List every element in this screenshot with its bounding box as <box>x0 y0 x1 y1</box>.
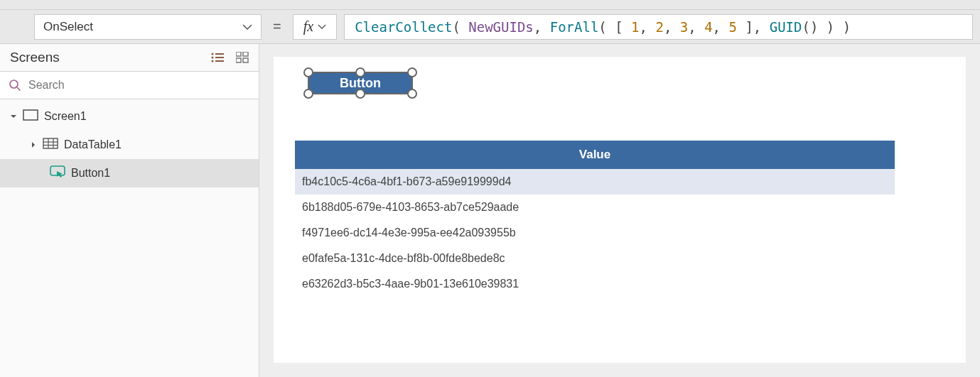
formula-token: 4 <box>704 19 712 35</box>
svg-rect-8 <box>236 58 241 62</box>
screen-icon <box>23 109 38 124</box>
tree-item-datatable1[interactable]: DataTable1 <box>0 131 259 159</box>
resize-handle-s[interactable] <box>355 89 365 99</box>
tree-panel: Screens <box>0 44 259 377</box>
table-row[interactable]: f4971ee6-dc14-4e3e-995a-ee42a093955b <box>295 220 895 246</box>
formula-token: 3 <box>680 19 688 35</box>
svg-point-10 <box>10 80 18 88</box>
chevron-down-icon <box>242 24 252 30</box>
list-view-icon[interactable] <box>210 52 225 63</box>
cell-value: 6b188d05-679e-4103-8653-ab7ce529aade <box>302 201 519 214</box>
svg-point-0 <box>212 53 214 55</box>
formula-token: 1 <box>631 19 639 35</box>
fx-icon: fx <box>303 18 313 35</box>
formula-token: ClearCollect <box>355 19 452 35</box>
formula-token: , <box>713 19 729 35</box>
app-chrome-strip <box>0 0 980 10</box>
formula-token: 2 <box>655 19 663 35</box>
formula-input[interactable]: ClearCollect( NewGUIDs, ForAll( [ 1, 2, … <box>344 14 973 40</box>
equals-label: = <box>269 18 286 35</box>
collapse-icon[interactable] <box>10 113 17 120</box>
cell-value: f4971ee6-dc14-4e3e-995a-ee42a093955b <box>302 226 516 239</box>
formula-token: ], <box>737 19 770 35</box>
cell-value: fb4c10c5-4c6a-4bf1-b673-a59e919999d4 <box>302 175 511 188</box>
formula-token: , <box>640 19 656 35</box>
svg-line-11 <box>17 87 21 91</box>
table-row[interactable]: fb4c10c5-4c6a-4bf1-b673-a59e919999d4 <box>295 169 895 195</box>
screens-heading: Screens <box>10 50 60 65</box>
tree-label: Screen1 <box>44 110 87 123</box>
tree-label: Button1 <box>71 167 110 180</box>
chevron-down-icon <box>318 24 326 29</box>
search-icon <box>9 79 21 92</box>
resize-handle-ne[interactable] <box>407 67 417 77</box>
tree-item-screen1[interactable]: Screen1 <box>0 102 259 131</box>
grid-view-icon[interactable] <box>236 52 249 63</box>
expand-icon[interactable] <box>30 141 37 148</box>
property-dropdown[interactable]: OnSelect <box>34 14 262 40</box>
property-dropdown-value: OnSelect <box>43 20 93 34</box>
svg-rect-12 <box>23 110 38 120</box>
svg-rect-3 <box>215 57 224 58</box>
formula-token: , <box>688 19 704 35</box>
resize-handle-n[interactable] <box>355 67 365 77</box>
formula-token: () ) ) <box>802 19 851 35</box>
resize-handle-sw[interactable] <box>303 89 313 99</box>
svg-rect-13 <box>43 138 58 148</box>
formula-token: ( [ <box>598 19 631 35</box>
search-box[interactable] <box>0 71 259 99</box>
formula-token: ForAll <box>550 19 599 35</box>
formula-bar: OnSelect = fx ClearCollect( NewGUIDs, Fo… <box>0 10 980 44</box>
cell-value: e0fafe5a-131c-4dce-bf8b-00fde8bede8c <box>302 252 505 265</box>
fx-button[interactable]: fx <box>293 14 337 40</box>
button-icon <box>50 165 65 181</box>
svg-point-2 <box>212 57 214 59</box>
datatable-header[interactable]: Value <box>295 141 895 169</box>
formula-token: NewGUIDs <box>468 19 534 35</box>
search-input[interactable] <box>28 79 250 92</box>
svg-rect-7 <box>243 52 248 56</box>
table-icon <box>43 138 58 152</box>
column-header-value: Value <box>579 148 610 162</box>
tree-label: DataTable1 <box>64 138 122 151</box>
resize-handle-nw[interactable] <box>303 67 313 77</box>
resize-handle-se[interactable] <box>407 89 417 99</box>
table-row[interactable]: e0fafe5a-131c-4dce-bf8b-00fde8bede8c <box>295 246 895 271</box>
svg-rect-6 <box>236 52 241 56</box>
formula-token: 5 <box>728 19 736 35</box>
selected-control-button[interactable]: Button <box>303 67 417 99</box>
svg-rect-5 <box>215 60 224 62</box>
formula-token: , <box>534 19 550 35</box>
svg-rect-9 <box>243 58 248 62</box>
canvas-area[interactable]: Button Value fb4c10c5-4c6a-4bf1-b673-a59… <box>259 44 980 377</box>
formula-token: , <box>664 19 680 35</box>
svg-point-4 <box>212 60 214 62</box>
svg-rect-1 <box>215 53 224 55</box>
screen-canvas[interactable]: Button Value fb4c10c5-4c6a-4bf1-b673-a59… <box>274 57 966 363</box>
datatable-control[interactable]: Value fb4c10c5-4c6a-4bf1-b673-a59e919999… <box>295 141 895 297</box>
formula-token: GUID <box>770 19 802 35</box>
table-row[interactable]: e63262d3-b5c3-4aae-9b01-13e610e39831 <box>295 271 895 297</box>
table-row[interactable]: 6b188d05-679e-4103-8653-ab7ce529aade <box>295 195 895 220</box>
tree-item-button1[interactable]: Button1 <box>0 159 259 187</box>
cell-value: e63262d3-b5c3-4aae-9b01-13e610e39831 <box>302 278 519 290</box>
formula-token: ( <box>452 19 468 35</box>
